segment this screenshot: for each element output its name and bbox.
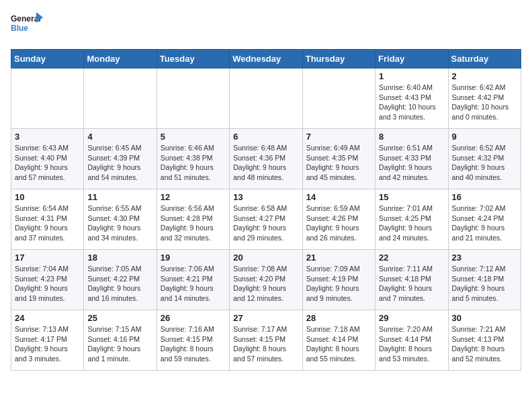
day-number: 23 (452, 253, 517, 263)
calendar-cell: 22Sunrise: 7:11 AMSunset: 4:18 PMDayligh… (375, 250, 448, 310)
day-number: 2 (452, 71, 517, 81)
logo: General Blue (11, 11, 44, 41)
calendar-cell: 1Sunrise: 6:40 AMSunset: 4:43 PMDaylight… (375, 68, 448, 129)
day-info: Sunrise: 7:02 AMSunset: 4:24 PMDaylight:… (452, 203, 517, 243)
calendar-body: 1Sunrise: 6:40 AMSunset: 4:43 PMDaylight… (11, 68, 521, 371)
day-info: Sunrise: 7:15 AMSunset: 4:16 PMDaylight:… (87, 324, 152, 364)
day-number: 12 (161, 192, 226, 202)
header-day-monday: Monday (84, 50, 157, 68)
calendar-cell: 16Sunrise: 7:02 AMSunset: 4:24 PMDayligh… (448, 189, 521, 250)
day-info: Sunrise: 7:20 AMSunset: 4:14 PMDaylight:… (379, 324, 444, 364)
calendar-cell: 19Sunrise: 7:06 AMSunset: 4:21 PMDayligh… (157, 250, 229, 310)
day-info: Sunrise: 7:06 AMSunset: 4:21 PMDaylight:… (161, 264, 226, 304)
calendar-cell: 27Sunrise: 7:17 AMSunset: 4:15 PMDayligh… (230, 310, 302, 371)
day-number: 26 (161, 313, 226, 323)
day-number: 21 (306, 253, 371, 263)
day-info: Sunrise: 6:42 AMSunset: 4:42 PMDaylight:… (452, 83, 517, 122)
day-number: 27 (233, 313, 298, 323)
day-info: Sunrise: 7:04 AMSunset: 4:23 PMDaylight:… (15, 264, 80, 304)
day-info: Sunrise: 6:56 AMSunset: 4:28 PMDaylight:… (161, 203, 226, 243)
day-number: 6 (233, 132, 298, 142)
day-info: Sunrise: 6:48 AMSunset: 4:36 PMDaylight:… (233, 143, 298, 183)
day-number: 10 (15, 192, 80, 202)
week-row-3: 10Sunrise: 6:54 AMSunset: 4:31 PMDayligh… (11, 189, 521, 250)
day-info: Sunrise: 6:45 AMSunset: 4:39 PMDaylight:… (87, 143, 152, 183)
day-number: 16 (452, 192, 517, 202)
day-number: 14 (306, 192, 371, 202)
calendar-cell: 15Sunrise: 7:01 AMSunset: 4:25 PMDayligh… (375, 189, 448, 250)
day-info: Sunrise: 6:58 AMSunset: 4:27 PMDaylight:… (233, 203, 298, 243)
calendar-cell: 7Sunrise: 6:49 AMSunset: 4:35 PMDaylight… (302, 129, 375, 189)
day-info: Sunrise: 6:54 AMSunset: 4:31 PMDaylight:… (15, 203, 80, 243)
calendar-cell: 11Sunrise: 6:55 AMSunset: 4:30 PMDayligh… (84, 189, 157, 250)
week-row-5: 24Sunrise: 7:13 AMSunset: 4:17 PMDayligh… (11, 310, 521, 371)
calendar-cell: 21Sunrise: 7:09 AMSunset: 4:19 PMDayligh… (302, 250, 375, 310)
day-info: Sunrise: 6:46 AMSunset: 4:38 PMDaylight:… (161, 143, 226, 183)
day-info: Sunrise: 7:05 AMSunset: 4:22 PMDaylight:… (87, 264, 152, 304)
header-day-thursday: Thursday (302, 50, 375, 68)
day-info: Sunrise: 7:09 AMSunset: 4:19 PMDaylight:… (306, 264, 371, 304)
header-day-saturday: Saturday (448, 50, 521, 68)
header-row: SundayMondayTuesdayWednesdayThursdayFrid… (11, 50, 521, 68)
calendar-cell: 12Sunrise: 6:56 AMSunset: 4:28 PMDayligh… (157, 189, 229, 250)
calendar-table: SundayMondayTuesdayWednesdayThursdayFrid… (11, 49, 521, 371)
calendar-cell: 8Sunrise: 6:51 AMSunset: 4:33 PMDaylight… (375, 129, 448, 189)
day-info: Sunrise: 7:08 AMSunset: 4:20 PMDaylight:… (233, 264, 298, 304)
calendar-cell: 18Sunrise: 7:05 AMSunset: 4:22 PMDayligh… (84, 250, 157, 310)
day-number: 25 (87, 313, 152, 323)
day-number: 8 (379, 132, 444, 142)
day-info: Sunrise: 7:21 AMSunset: 4:13 PMDaylight:… (452, 324, 517, 364)
day-number: 3 (15, 132, 80, 142)
calendar-cell (11, 68, 84, 129)
header-day-friday: Friday (375, 50, 448, 68)
day-number: 7 (306, 132, 371, 142)
calendar-cell: 4Sunrise: 6:45 AMSunset: 4:39 PMDaylight… (84, 129, 157, 189)
calendar-cell: 25Sunrise: 7:15 AMSunset: 4:16 PMDayligh… (84, 310, 157, 371)
day-number: 29 (379, 313, 444, 323)
calendar-cell: 2Sunrise: 6:42 AMSunset: 4:42 PMDaylight… (448, 68, 521, 129)
day-info: Sunrise: 6:51 AMSunset: 4:33 PMDaylight:… (379, 143, 444, 183)
day-number: 20 (233, 253, 298, 263)
day-info: Sunrise: 7:16 AMSunset: 4:15 PMDaylight:… (161, 324, 226, 364)
day-info: Sunrise: 6:43 AMSunset: 4:40 PMDaylight:… (15, 143, 80, 183)
header-day-tuesday: Tuesday (157, 50, 229, 68)
day-number: 24 (15, 313, 80, 323)
day-number: 18 (87, 253, 152, 263)
day-info: Sunrise: 7:17 AMSunset: 4:15 PMDaylight:… (233, 324, 298, 364)
day-info: Sunrise: 6:49 AMSunset: 4:35 PMDaylight:… (306, 143, 371, 183)
svg-text:Blue: Blue (11, 24, 28, 33)
svg-text:General: General (11, 14, 41, 24)
day-info: Sunrise: 6:59 AMSunset: 4:26 PMDaylight:… (306, 203, 371, 243)
calendar-header: SundayMondayTuesdayWednesdayThursdayFrid… (11, 50, 521, 68)
calendar-cell: 30Sunrise: 7:21 AMSunset: 4:13 PMDayligh… (448, 310, 521, 371)
day-number: 5 (161, 132, 226, 142)
day-number: 19 (161, 253, 226, 263)
day-number: 15 (379, 192, 444, 202)
day-info: Sunrise: 7:12 AMSunset: 4:18 PMDaylight:… (452, 264, 517, 304)
calendar-cell (302, 68, 375, 129)
logo-svg: General Blue (11, 11, 44, 41)
week-row-1: 1Sunrise: 6:40 AMSunset: 4:43 PMDaylight… (11, 68, 521, 129)
page-header: General Blue (11, 11, 521, 41)
day-number: 30 (452, 313, 517, 323)
calendar-cell: 24Sunrise: 7:13 AMSunset: 4:17 PMDayligh… (11, 310, 84, 371)
calendar-cell: 29Sunrise: 7:20 AMSunset: 4:14 PMDayligh… (375, 310, 448, 371)
calendar-cell: 14Sunrise: 6:59 AMSunset: 4:26 PMDayligh… (302, 189, 375, 250)
calendar-cell: 23Sunrise: 7:12 AMSunset: 4:18 PMDayligh… (448, 250, 521, 310)
week-row-4: 17Sunrise: 7:04 AMSunset: 4:23 PMDayligh… (11, 250, 521, 310)
day-number: 28 (306, 313, 371, 323)
calendar-cell: 6Sunrise: 6:48 AMSunset: 4:36 PMDaylight… (230, 129, 302, 189)
day-info: Sunrise: 7:01 AMSunset: 4:25 PMDaylight:… (379, 203, 444, 243)
calendar-cell (157, 68, 229, 129)
calendar-cell: 5Sunrise: 6:46 AMSunset: 4:38 PMDaylight… (157, 129, 229, 189)
calendar-cell (84, 68, 157, 129)
day-number: 9 (452, 132, 517, 142)
day-info: Sunrise: 7:18 AMSunset: 4:14 PMDaylight:… (306, 324, 371, 364)
day-number: 4 (87, 132, 152, 142)
day-number: 17 (15, 253, 80, 263)
header-day-sunday: Sunday (11, 50, 84, 68)
day-number: 1 (379, 71, 444, 81)
day-number: 13 (233, 192, 298, 202)
week-row-2: 3Sunrise: 6:43 AMSunset: 4:40 PMDaylight… (11, 129, 521, 189)
day-info: Sunrise: 6:52 AMSunset: 4:32 PMDaylight:… (452, 143, 517, 183)
